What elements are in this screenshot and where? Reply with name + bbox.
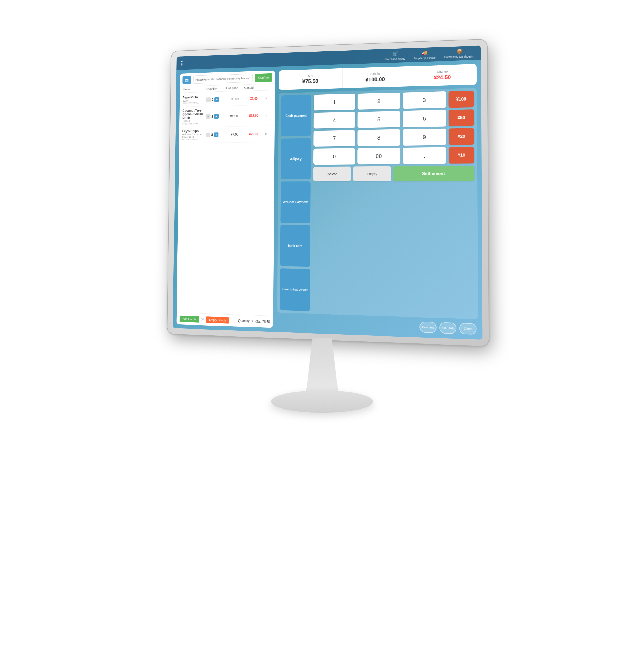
item-info: Coconut Tree Coconut Juice Drink 1000ml … xyxy=(182,109,206,125)
subtotal: ¥12.00 xyxy=(244,114,264,118)
qty-value: 3 xyxy=(211,133,213,137)
qty-minus-button[interactable]: − xyxy=(206,97,211,102)
item-info: Pepsi Cola 250ml 5689745126584 xyxy=(182,95,206,105)
stand-base xyxy=(270,390,374,413)
monitor-bezel: 🛒 Purchase goods 🚚 Supplier purchase 📦 C… xyxy=(167,39,489,346)
commodity-label: Commodity warehousing xyxy=(444,55,475,59)
wechat-payment-button[interactable]: WeChat Payment xyxy=(280,181,310,223)
header-unit-price: Unit price xyxy=(226,86,244,89)
change-label: Change xyxy=(437,70,447,73)
qty-minus-button[interactable]: − xyxy=(206,133,210,137)
cart-items: Pepsi Cola 250ml 5689745126584 − 2 + ¥3.… xyxy=(177,91,275,316)
cart-item: Pepsi Cola 250ml 5689745126584 − 2 + ¥3.… xyxy=(180,91,275,107)
delete-button[interactable]: Delete xyxy=(313,167,351,182)
bank-card-button[interactable]: bank card xyxy=(280,225,310,267)
ar-value: ¥75.50 xyxy=(302,78,318,84)
search-input[interactable] xyxy=(193,74,253,84)
stand-neck xyxy=(306,338,338,392)
supplier-label: Supplier purchase xyxy=(413,56,436,60)
payment-keyboard: Cash payment Alipay WeChat Payment bank … xyxy=(277,88,478,319)
num-0-button[interactable]: 0 xyxy=(313,148,355,165)
paid-value: ¥100.00 xyxy=(365,76,385,83)
monitor-screen: 🛒 Purchase goods 🚚 Supplier purchase 📦 C… xyxy=(173,45,482,340)
unit-price: ¥3.00 xyxy=(226,97,244,101)
item-code: 5688745126584 xyxy=(182,122,206,125)
delete-item-button[interactable]: × xyxy=(264,96,268,100)
qty-plus-button[interactable]: + xyxy=(214,97,219,102)
change-value: ¥24.50 xyxy=(434,74,451,81)
num-2-button[interactable]: 2 xyxy=(358,93,400,110)
bottom-actions: Pendant Take Order Other xyxy=(277,316,478,335)
qty-plus-button[interactable]: + xyxy=(214,114,219,119)
settlement-button[interactable]: Settlement xyxy=(393,166,474,181)
numpad-bottom-row: Delete Empty Settlement xyxy=(313,166,475,182)
item-code: 5689745126584 xyxy=(182,102,206,105)
num-7-button[interactable]: 7 xyxy=(313,130,355,147)
quick-10-button[interactable]: ¥10 xyxy=(449,147,474,164)
or-label: OR xyxy=(201,318,204,321)
numpad-area: 1 2 3 ¥100 4 5 6 ¥50 xyxy=(313,91,475,316)
alipay-button[interactable]: Alipay xyxy=(281,138,311,179)
num-4-button[interactable]: 4 xyxy=(314,112,355,129)
empty-button[interactable]: Empty xyxy=(353,167,391,181)
header-action xyxy=(264,85,272,88)
barcode-button[interactable]: ▦ xyxy=(182,76,191,84)
item-size: Unlimited Cucumber Flavor 104g xyxy=(182,133,206,139)
header-subtotal: Subtotal xyxy=(244,85,264,89)
num-00-button[interactable]: 00 xyxy=(358,148,400,164)
item-code: 5689745126584 xyxy=(182,138,206,141)
num-1-button[interactable]: 1 xyxy=(314,94,355,110)
num-dot-button[interactable]: . xyxy=(403,147,446,164)
item-info: Lay's Chips Unlimited Cucumber Flavor 10… xyxy=(182,129,206,141)
nav-purchase-goods[interactable]: 🛒 Purchase goods xyxy=(385,50,405,61)
menu-dots-button[interactable] xyxy=(181,61,182,65)
monitor-wrapper: 🛒 Purchase goods 🚚 Supplier purchase 📦 C… xyxy=(135,44,509,606)
delete-item-button[interactable]: × xyxy=(264,113,268,117)
payment-panel: A/R ¥75.50 Paid-in ¥100.00 Change ¥24.50 xyxy=(273,64,478,335)
num-9-button[interactable]: 9 xyxy=(403,129,446,146)
item-name: Lay's Chips xyxy=(182,129,206,133)
purchase-icon: 🛒 xyxy=(393,50,398,57)
quick-50-button[interactable]: ¥50 xyxy=(449,109,474,126)
cart-total: Quantity: 3 Total: 75.50 xyxy=(238,319,270,324)
quick-100-button[interactable]: ¥100 xyxy=(448,91,474,108)
other-button[interactable]: Other xyxy=(459,323,477,334)
num-3-button[interactable]: 3 xyxy=(403,92,446,109)
take-order-button[interactable]: Take Order xyxy=(439,322,456,334)
empty-goods-button[interactable]: Empty Goods xyxy=(206,317,229,324)
subtotal: ¥6.00 xyxy=(244,96,264,100)
confirm-button[interactable]: Confirm xyxy=(255,73,272,82)
top-bar-left xyxy=(181,61,182,65)
subtotal: ¥21.00 xyxy=(243,132,264,136)
quick-20-button[interactable]: ¥20 xyxy=(449,128,474,145)
unit-price: ¥7.00 xyxy=(226,133,243,136)
ar-cell: A/R ¥75.50 xyxy=(279,69,342,90)
monitor-stand xyxy=(271,338,373,413)
qty-plus-button[interactable]: + xyxy=(214,133,218,137)
paid-label: Paid-in xyxy=(370,72,380,75)
ar-label: A/R xyxy=(308,74,313,77)
delete-item-button[interactable]: × xyxy=(264,132,268,136)
paid-cell: Paid-in ¥100.00 xyxy=(343,66,408,88)
qty-value: 1 xyxy=(211,115,213,118)
nav-supplier-purchase[interactable]: 🚚 Supplier purchase xyxy=(413,49,436,60)
num-8-button[interactable]: 8 xyxy=(358,129,400,146)
add-goods-button[interactable]: Add Goods xyxy=(180,316,199,323)
top-bar-nav: 🛒 Purchase goods 🚚 Supplier purchase 📦 C… xyxy=(385,48,475,61)
nav-commodity[interactable]: 📦 Commodity warehousing xyxy=(444,48,475,59)
qty-minus-button[interactable]: − xyxy=(206,114,211,119)
main-content: ▦ Confirm Name Quantity Unit price Subto… xyxy=(173,60,482,340)
barcode-icon: ▦ xyxy=(185,78,189,82)
change-cell: Change ¥24.50 xyxy=(408,64,477,86)
ar-summary: A/R ¥75.50 Paid-in ¥100.00 Change ¥24.50 xyxy=(279,64,477,90)
header-name: Name xyxy=(183,87,206,91)
purchase-label: Purchase goods xyxy=(385,57,405,61)
unit-price: ¥12.00 xyxy=(226,114,244,118)
heart-credit-button[interactable]: Heart to heart credit xyxy=(280,268,310,311)
num-6-button[interactable]: 6 xyxy=(403,110,446,127)
qty-control: − 1 + xyxy=(206,114,226,119)
cash-payment-button[interactable]: Cash payment xyxy=(281,95,311,136)
pendant-button[interactable]: Pendant xyxy=(419,321,436,333)
num-5-button[interactable]: 5 xyxy=(358,111,400,128)
qty-control: − 2 + xyxy=(206,97,226,102)
